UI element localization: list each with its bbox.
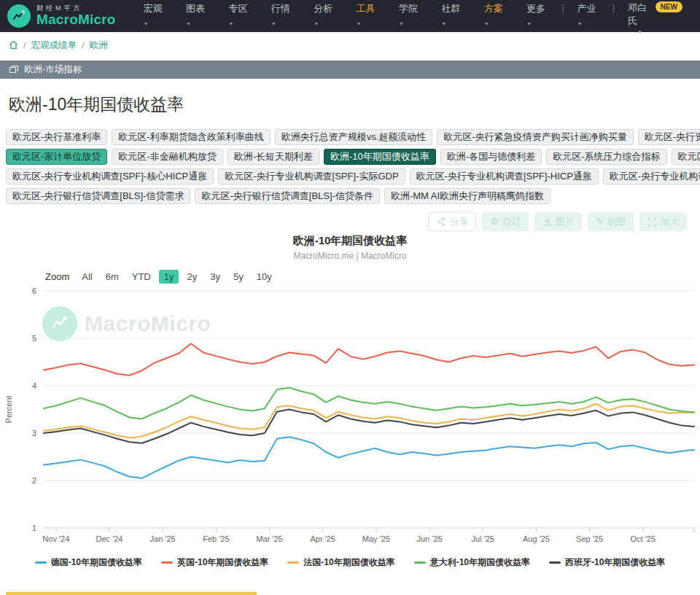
gear-icon: ⚙ xyxy=(490,217,499,227)
zoom-controls: Zoom All6mYTD1y2y3y5y10y xyxy=(0,261,700,284)
chip[interactable]: 欧元区-家计单位放贷 xyxy=(6,149,107,165)
chip[interactable]: 欧元区-系统压力综合指标 xyxy=(546,149,666,165)
chip[interactable]: 欧元区-央行紧急疫情资产购买计画净购买量 xyxy=(437,129,633,145)
nav-item-1[interactable]: 图表▼ xyxy=(176,0,218,28)
zoom-option-3y[interactable]: 3y xyxy=(205,270,225,284)
nav-separator: | xyxy=(610,0,618,13)
legend-label: 英国-10年期国债收益率 xyxy=(177,556,268,569)
chip[interactable]: 欧元区-央行银行信贷调查[BLS]-信贷条件 xyxy=(195,188,379,204)
nav-item-4[interactable]: 分析▼ xyxy=(303,0,346,28)
chip[interactable]: 欧元区-央行银行信贷调查[BLS]-信贷需求 xyxy=(6,188,190,204)
breadcrumb-separator: / xyxy=(23,41,26,51)
chip[interactable]: 欧元区-利率期货隐含政策利率曲线 xyxy=(112,129,270,145)
zoom-option-5y[interactable]: 5y xyxy=(228,270,249,284)
x-tick-label: May '25 xyxy=(362,534,390,543)
legend-item[interactable]: 德国-10年期国债收益率 xyxy=(35,556,142,569)
zoom-option-6m[interactable]: 6m xyxy=(101,270,124,284)
y-tick-label: 4 xyxy=(32,381,36,390)
y-tick-label: 2 xyxy=(32,476,36,485)
legend-item[interactable]: 英国-10年期国债收益率 xyxy=(161,556,268,569)
section-bar: 欧洲-市场指标 xyxy=(0,61,700,79)
breadcrumb-separator: / xyxy=(82,41,84,51)
nav-item-label: 图表 xyxy=(186,3,205,14)
nav-item-11[interactable]: 产业▼ xyxy=(567,0,610,28)
chip[interactable]: 欧洲-MM AI欧洲央行声明稿鹰鸽指数 xyxy=(384,188,551,204)
nav-item-5[interactable]: 工具▼ xyxy=(346,0,389,28)
nav-item-6[interactable]: 学院▼ xyxy=(389,0,431,28)
chip[interactable]: 欧洲央行总资产规模vs.超额流动性 xyxy=(275,129,433,145)
chart-area: 123456PercentNov '24Dec '24Jan '25Feb '2… xyxy=(0,284,700,549)
zoom-option-2y[interactable]: 2y xyxy=(182,270,202,284)
chips-row: 欧元区-央行银行信贷调查[BLS]-信贷需求欧元区-央行银行信贷调查[BLS]-… xyxy=(6,188,700,204)
zoom-option-1y[interactable]: 1y xyxy=(159,270,179,284)
nav-item-0[interactable]: 宏观▼ xyxy=(133,0,176,28)
nav-item-3[interactable]: 行情▼ xyxy=(261,0,303,28)
chip[interactable]: 欧元区-央行专业机构调查[SP xyxy=(603,168,700,184)
zoom-option-YTD[interactable]: YTD xyxy=(127,270,156,284)
page-title: 欧洲-10年期国债收益率 xyxy=(0,79,700,128)
chip[interactable]: 欧洲-10年期国债收益率 xyxy=(324,149,436,165)
tool-button-label: 放大 xyxy=(661,216,679,228)
x-tick-label: Mar '25 xyxy=(256,534,282,543)
zoom-option-10y[interactable]: 10y xyxy=(252,270,277,284)
chart-plot: 123456PercentNov '24Dec '24Jan '25Feb '2… xyxy=(0,284,700,546)
chevron-down-icon: ▼ xyxy=(526,21,532,26)
y-tick-label: 1 xyxy=(32,524,36,532)
nav-separator: | xyxy=(559,0,567,13)
legend-swatch xyxy=(161,561,173,564)
zoom-option-All[interactable]: All xyxy=(77,270,97,284)
chart-title: 欧洲-10年期国债收益率 xyxy=(0,234,700,248)
breadcrumb: / 宏观成绩单 / 欧洲 xyxy=(0,32,700,58)
分享-button[interactable]: 分享 xyxy=(428,212,476,231)
legend-swatch xyxy=(414,561,426,564)
chip[interactable]: 欧元区-央行专业机构调查[SPF]-实际GDP xyxy=(218,168,405,184)
chip[interactable]: 欧元区-央行资产负 xyxy=(638,129,700,145)
series-line-2 xyxy=(44,404,694,438)
chip[interactable]: 欧元区-央行专业机构调查[SPF]-HICP通胀 xyxy=(410,168,599,184)
nav-item-9[interactable]: 更多▼ xyxy=(516,0,559,28)
x-tick-label: Dec '24 xyxy=(96,534,123,543)
legend-item[interactable]: 法国-10年期国债收益率 xyxy=(287,556,394,569)
nav-item-13[interactable]: 邓白氏▼NEW xyxy=(618,0,693,34)
chip[interactable]: 欧元区-消费 xyxy=(672,149,700,165)
expand-icon xyxy=(648,217,657,227)
chevron-down-icon: ▼ xyxy=(228,21,233,26)
nav-item-8[interactable]: 方案▼ xyxy=(474,0,516,28)
section-bar-label: 欧洲-市场指标 xyxy=(24,63,82,76)
chevron-down-icon: ▼ xyxy=(441,21,446,26)
folder-icon xyxy=(9,63,19,77)
nav-item-2[interactable]: 专区▼ xyxy=(218,0,260,28)
tool-button-label: 自订 xyxy=(502,216,521,228)
制图-button[interactable]: ✎制图 xyxy=(588,212,634,231)
nav-item-label: 行情 xyxy=(271,3,290,14)
legend-label: 德国-10年期国债收益率 xyxy=(51,556,142,569)
自订-button[interactable]: ⚙自订 xyxy=(482,212,529,231)
chevron-down-icon: ▼ xyxy=(484,21,489,26)
chart-subtitle: MacroMicro.me | MacroMicro xyxy=(0,251,700,261)
x-tick-label: Feb '25 xyxy=(203,534,229,543)
y-tick-label: 6 xyxy=(32,287,36,295)
chevron-down-icon: ▼ xyxy=(314,21,319,26)
图片-button[interactable]: 图片 xyxy=(534,212,582,231)
macromicro-logo-icon xyxy=(7,4,31,28)
nav-item-label: 更多 xyxy=(526,3,545,14)
chip[interactable]: 欧元区-央行专业机构调查[SPF]-核心HICP通胀 xyxy=(6,168,214,184)
chip[interactable]: 欧元区-非金融机构放贷 xyxy=(112,149,222,165)
legend-item[interactable]: 意大利-10年期国债收益率 xyxy=(414,556,530,569)
breadcrumb-link-europe[interactable]: 欧洲 xyxy=(89,39,107,52)
legend-label: 意大利-10年期国债收益率 xyxy=(430,556,530,569)
breadcrumb-link-scorecard[interactable]: 宏观成绩单 xyxy=(31,39,77,52)
x-tick-label: Jan '25 xyxy=(150,534,176,543)
放大-button[interactable]: 放大 xyxy=(639,212,687,231)
home-icon[interactable] xyxy=(9,40,18,52)
nav-item-label: 专区 xyxy=(228,3,247,14)
legend-item[interactable]: 西班牙-10年期国债收益率 xyxy=(549,556,665,569)
chip[interactable]: 欧元区-央行基准利率 xyxy=(6,129,107,145)
brand-logo[interactable]: 财经M平方 MacroMicro xyxy=(7,4,116,28)
chip[interactable]: 欧洲-各国与德债利差 xyxy=(440,149,542,165)
nav-item-7[interactable]: 社群▼ xyxy=(431,0,473,28)
chips-row: 欧元区-央行专业机构调查[SPF]-核心HICP通胀欧元区-央行专业机构调查[S… xyxy=(6,168,700,184)
chip[interactable]: 欧洲-长短天期利差 xyxy=(228,149,319,165)
nav-item-label: 产业 xyxy=(578,3,596,14)
nav-item-label: 方案 xyxy=(484,3,503,14)
